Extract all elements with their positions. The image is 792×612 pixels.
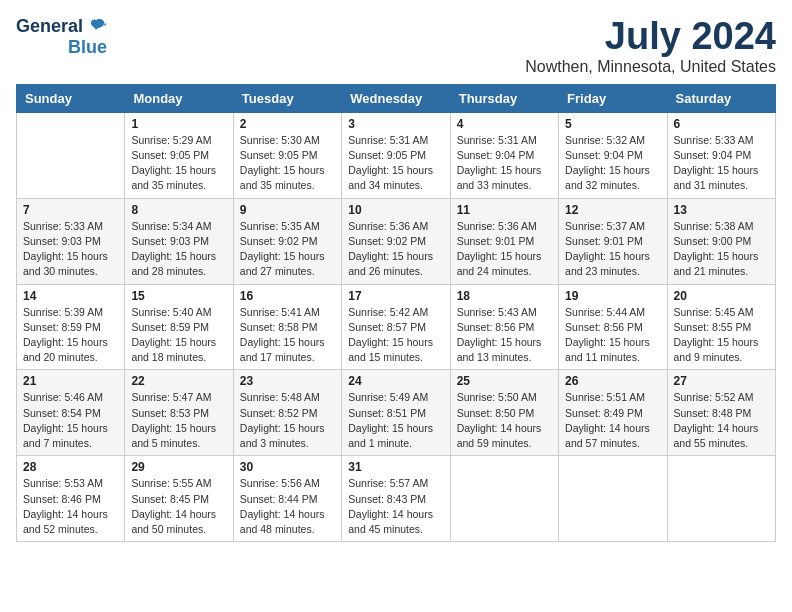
- calendar-body: 1Sunrise: 5:29 AM Sunset: 9:05 PM Daylig…: [17, 112, 776, 541]
- calendar-cell: 15Sunrise: 5:40 AM Sunset: 8:59 PM Dayli…: [125, 284, 233, 370]
- calendar-cell: [17, 112, 125, 198]
- day-info: Sunrise: 5:45 AM Sunset: 8:55 PM Dayligh…: [674, 305, 769, 366]
- day-info: Sunrise: 5:36 AM Sunset: 9:01 PM Dayligh…: [457, 219, 552, 280]
- logo: General Blue: [16, 16, 107, 58]
- day-number: 14: [23, 289, 118, 303]
- calendar-cell: 13Sunrise: 5:38 AM Sunset: 9:00 PM Dayli…: [667, 198, 775, 284]
- weekday-header-thursday: Thursday: [450, 84, 558, 112]
- day-number: 25: [457, 374, 552, 388]
- calendar-cell: 12Sunrise: 5:37 AM Sunset: 9:01 PM Dayli…: [559, 198, 667, 284]
- day-number: 30: [240, 460, 335, 474]
- header: General Blue July 2024 Nowthen, Minnesot…: [16, 16, 776, 76]
- day-number: 16: [240, 289, 335, 303]
- calendar-cell: 5Sunrise: 5:32 AM Sunset: 9:04 PM Daylig…: [559, 112, 667, 198]
- calendar-week-3: 14Sunrise: 5:39 AM Sunset: 8:59 PM Dayli…: [17, 284, 776, 370]
- day-info: Sunrise: 5:35 AM Sunset: 9:02 PM Dayligh…: [240, 219, 335, 280]
- day-info: Sunrise: 5:41 AM Sunset: 8:58 PM Dayligh…: [240, 305, 335, 366]
- day-number: 26: [565, 374, 660, 388]
- calendar-week-2: 7Sunrise: 5:33 AM Sunset: 9:03 PM Daylig…: [17, 198, 776, 284]
- calendar-cell: 9Sunrise: 5:35 AM Sunset: 9:02 PM Daylig…: [233, 198, 341, 284]
- day-info: Sunrise: 5:40 AM Sunset: 8:59 PM Dayligh…: [131, 305, 226, 366]
- calendar-cell: 24Sunrise: 5:49 AM Sunset: 8:51 PM Dayli…: [342, 370, 450, 456]
- weekday-header-friday: Friday: [559, 84, 667, 112]
- day-info: Sunrise: 5:57 AM Sunset: 8:43 PM Dayligh…: [348, 476, 443, 537]
- calendar-cell: 3Sunrise: 5:31 AM Sunset: 9:05 PM Daylig…: [342, 112, 450, 198]
- day-info: Sunrise: 5:47 AM Sunset: 8:53 PM Dayligh…: [131, 390, 226, 451]
- day-info: Sunrise: 5:30 AM Sunset: 9:05 PM Dayligh…: [240, 133, 335, 194]
- day-number: 10: [348, 203, 443, 217]
- calendar-cell: 25Sunrise: 5:50 AM Sunset: 8:50 PM Dayli…: [450, 370, 558, 456]
- month-title: July 2024: [525, 16, 776, 58]
- day-number: 18: [457, 289, 552, 303]
- day-info: Sunrise: 5:31 AM Sunset: 9:04 PM Dayligh…: [457, 133, 552, 194]
- day-number: 24: [348, 374, 443, 388]
- logo-bird-icon: [85, 16, 107, 38]
- calendar-cell: [559, 456, 667, 542]
- calendar-week-4: 21Sunrise: 5:46 AM Sunset: 8:54 PM Dayli…: [17, 370, 776, 456]
- calendar-cell: 30Sunrise: 5:56 AM Sunset: 8:44 PM Dayli…: [233, 456, 341, 542]
- day-info: Sunrise: 5:33 AM Sunset: 9:03 PM Dayligh…: [23, 219, 118, 280]
- day-number: 5: [565, 117, 660, 131]
- calendar-header: SundayMondayTuesdayWednesdayThursdayFrid…: [17, 84, 776, 112]
- day-number: 28: [23, 460, 118, 474]
- day-info: Sunrise: 5:38 AM Sunset: 9:00 PM Dayligh…: [674, 219, 769, 280]
- calendar-cell: 22Sunrise: 5:47 AM Sunset: 8:53 PM Dayli…: [125, 370, 233, 456]
- day-info: Sunrise: 5:39 AM Sunset: 8:59 PM Dayligh…: [23, 305, 118, 366]
- day-number: 21: [23, 374, 118, 388]
- weekday-header-wednesday: Wednesday: [342, 84, 450, 112]
- day-info: Sunrise: 5:53 AM Sunset: 8:46 PM Dayligh…: [23, 476, 118, 537]
- day-info: Sunrise: 5:29 AM Sunset: 9:05 PM Dayligh…: [131, 133, 226, 194]
- calendar-cell: 18Sunrise: 5:43 AM Sunset: 8:56 PM Dayli…: [450, 284, 558, 370]
- day-number: 4: [457, 117, 552, 131]
- day-info: Sunrise: 5:31 AM Sunset: 9:05 PM Dayligh…: [348, 133, 443, 194]
- day-number: 7: [23, 203, 118, 217]
- day-info: Sunrise: 5:56 AM Sunset: 8:44 PM Dayligh…: [240, 476, 335, 537]
- day-number: 27: [674, 374, 769, 388]
- day-number: 15: [131, 289, 226, 303]
- day-info: Sunrise: 5:49 AM Sunset: 8:51 PM Dayligh…: [348, 390, 443, 451]
- day-number: 31: [348, 460, 443, 474]
- calendar-cell: 7Sunrise: 5:33 AM Sunset: 9:03 PM Daylig…: [17, 198, 125, 284]
- title-section: July 2024 Nowthen, Minnesota, United Sta…: [525, 16, 776, 76]
- day-number: 2: [240, 117, 335, 131]
- calendar-week-5: 28Sunrise: 5:53 AM Sunset: 8:46 PM Dayli…: [17, 456, 776, 542]
- day-info: Sunrise: 5:32 AM Sunset: 9:04 PM Dayligh…: [565, 133, 660, 194]
- day-info: Sunrise: 5:50 AM Sunset: 8:50 PM Dayligh…: [457, 390, 552, 451]
- weekday-header-saturday: Saturday: [667, 84, 775, 112]
- logo-text-general: General: [16, 17, 83, 37]
- calendar-cell: 28Sunrise: 5:53 AM Sunset: 8:46 PM Dayli…: [17, 456, 125, 542]
- day-info: Sunrise: 5:46 AM Sunset: 8:54 PM Dayligh…: [23, 390, 118, 451]
- calendar-cell: 16Sunrise: 5:41 AM Sunset: 8:58 PM Dayli…: [233, 284, 341, 370]
- weekday-header-tuesday: Tuesday: [233, 84, 341, 112]
- calendar-cell: 20Sunrise: 5:45 AM Sunset: 8:55 PM Dayli…: [667, 284, 775, 370]
- calendar-cell: 31Sunrise: 5:57 AM Sunset: 8:43 PM Dayli…: [342, 456, 450, 542]
- calendar-cell: 29Sunrise: 5:55 AM Sunset: 8:45 PM Dayli…: [125, 456, 233, 542]
- day-info: Sunrise: 5:44 AM Sunset: 8:56 PM Dayligh…: [565, 305, 660, 366]
- calendar-cell: 27Sunrise: 5:52 AM Sunset: 8:48 PM Dayli…: [667, 370, 775, 456]
- weekday-header-sunday: Sunday: [17, 84, 125, 112]
- day-info: Sunrise: 5:55 AM Sunset: 8:45 PM Dayligh…: [131, 476, 226, 537]
- day-info: Sunrise: 5:37 AM Sunset: 9:01 PM Dayligh…: [565, 219, 660, 280]
- day-number: 22: [131, 374, 226, 388]
- calendar-cell: 8Sunrise: 5:34 AM Sunset: 9:03 PM Daylig…: [125, 198, 233, 284]
- day-number: 13: [674, 203, 769, 217]
- calendar-cell: 11Sunrise: 5:36 AM Sunset: 9:01 PM Dayli…: [450, 198, 558, 284]
- day-number: 29: [131, 460, 226, 474]
- location-title: Nowthen, Minnesota, United States: [525, 58, 776, 76]
- day-number: 6: [674, 117, 769, 131]
- calendar-week-1: 1Sunrise: 5:29 AM Sunset: 9:05 PM Daylig…: [17, 112, 776, 198]
- calendar-cell: 10Sunrise: 5:36 AM Sunset: 9:02 PM Dayli…: [342, 198, 450, 284]
- calendar-table: SundayMondayTuesdayWednesdayThursdayFrid…: [16, 84, 776, 542]
- day-info: Sunrise: 5:52 AM Sunset: 8:48 PM Dayligh…: [674, 390, 769, 451]
- day-number: 8: [131, 203, 226, 217]
- calendar-cell: 6Sunrise: 5:33 AM Sunset: 9:04 PM Daylig…: [667, 112, 775, 198]
- calendar-cell: 2Sunrise: 5:30 AM Sunset: 9:05 PM Daylig…: [233, 112, 341, 198]
- day-number: 1: [131, 117, 226, 131]
- calendar-cell: 19Sunrise: 5:44 AM Sunset: 8:56 PM Dayli…: [559, 284, 667, 370]
- calendar-cell: [667, 456, 775, 542]
- day-number: 9: [240, 203, 335, 217]
- day-info: Sunrise: 5:42 AM Sunset: 8:57 PM Dayligh…: [348, 305, 443, 366]
- day-number: 3: [348, 117, 443, 131]
- day-number: 23: [240, 374, 335, 388]
- day-info: Sunrise: 5:36 AM Sunset: 9:02 PM Dayligh…: [348, 219, 443, 280]
